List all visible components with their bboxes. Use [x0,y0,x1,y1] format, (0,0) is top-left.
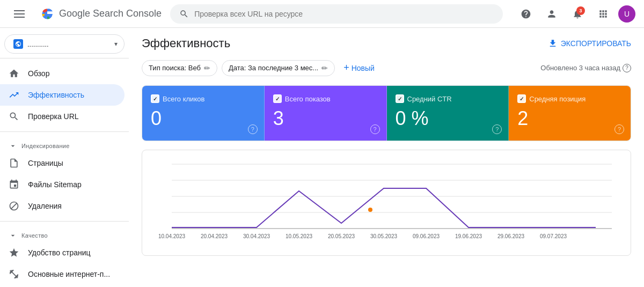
sitemap-icon [9,179,19,190]
menu-button[interactable] [9,3,30,25]
sidebar-item-performance[interactable]: Эффективность [0,84,125,106]
metric-checkbox-impressions[interactable] [273,94,282,103]
sidebar-label-performance: Эффективность [28,91,84,99]
metric-info-ctr[interactable]: ? [492,124,502,134]
svg-text:20.04.2023: 20.04.2023 [201,233,228,239]
sidebar-item-removals[interactable]: Удаления [0,195,125,217]
home-icon [9,68,19,79]
performance-chart: 10.04.2023 20.04.2023 30.04.2023 10.05.2… [151,159,622,245]
google-logo-icon [39,5,56,23]
core-web-vitals-icon [9,269,19,279]
metric-card-impressions[interactable]: Всего показов 3 ? [265,86,387,141]
metric-label-clicks: Всего кликов [163,95,204,103]
metric-label-row-ctr: Средний CTR [396,94,500,103]
globe-icon [15,41,21,47]
metric-checkbox-clicks[interactable] [151,94,159,103]
collapse-icon [9,142,17,150]
property-icon [13,39,23,49]
sidebar-item-core-web-vitals[interactable]: Основные интернет-п... [0,263,125,285]
svg-text:29.06.2023: 29.06.2023 [497,233,524,239]
notification-count: 3 [576,6,585,15]
sidebar-item-sitemaps[interactable]: Файлы Sitemap [0,174,125,195]
metric-value-position: 2 [517,107,622,130]
edit-icon: ✏ [204,64,210,72]
metric-label-row-clicks: Всего кликов [151,94,255,103]
sidebar: ........... ▾ Обзор Эффективность Провер… [0,28,129,287]
account-button[interactable] [541,3,562,25]
export-label: ЭКСПОРТИРОВАТЬ [561,39,631,48]
avatar[interactable]: U [618,5,635,23]
sidebar-item-mobile-usability[interactable]: Удобство для мобильн... [0,285,125,287]
quality-section-label: Качество [21,232,48,239]
pages-icon [9,158,19,168]
main-layout: ........... ▾ Обзор Эффективность Провер… [0,28,644,287]
search-type-label: Тип поиска: Веб [149,64,201,72]
metric-value-ctr: 0 % [396,107,500,130]
apps-button[interactable] [592,3,614,25]
svg-text:30.05.2023: 30.05.2023 [370,233,397,239]
sidebar-label-page-experience: Удобство страниц [28,248,91,257]
header-actions: 3 U [515,3,635,25]
apps-icon [598,9,609,19]
svg-text:09.06.2023: 09.06.2023 [413,233,440,239]
page-title: Эффективность [142,36,230,50]
chart-area: 10.04.2023 20.04.2023 30.04.2023 10.05.2… [142,150,631,256]
svg-text:20.05.2023: 20.05.2023 [328,233,355,239]
chart-dot [368,208,372,212]
metric-card-position[interactable]: Средняя позиция 2 ? [509,86,631,141]
sidebar-divider-indexing [0,131,129,132]
help-button[interactable] [515,3,537,25]
sidebar-label-url-inspect: Проверка URL [28,112,79,121]
indexing-section-label: Индексирование [21,143,70,149]
app-title: Google Search Console [59,8,162,19]
metric-value-impressions: 3 [273,107,378,130]
svg-text:10.04.2023: 10.04.2023 [158,233,185,239]
notifications-button[interactable]: 3 [567,3,588,25]
metric-checkbox-ctr[interactable] [396,94,404,103]
sidebar-item-overview[interactable]: Обзор [0,63,125,84]
account-icon [546,9,557,19]
help-icon [521,9,531,19]
metric-info-clicks[interactable]: ? [248,124,258,134]
filters-row: Тип поиска: Веб ✏ Дата: За последние 3 м… [142,59,631,77]
property-selector[interactable]: ........... ▾ [4,34,125,54]
hamburger-icon [14,10,25,18]
metric-label-row-position: Средняя позиция [517,94,622,103]
metric-label-row-impressions: Всего показов [273,94,378,103]
sidebar-item-pages[interactable]: Страницы [0,152,125,174]
metric-card-ctr[interactable]: Средний CTR 0 % ? [387,86,509,141]
svg-text:19.06.2023: 19.06.2023 [455,233,482,239]
edit-date-icon: ✏ [321,64,328,72]
search-type-filter[interactable]: Тип поиска: Веб ✏ [142,60,217,76]
sidebar-label-sitemaps: Файлы Sitemap [28,180,82,189]
sidebar-item-url-inspect[interactable]: Проверка URL [0,106,125,127]
metric-info-impressions[interactable]: ? [370,124,380,134]
content-area: Эффективность ЭКСПОРТИРОВАТЬ Тип поиска:… [129,28,644,287]
search-bar[interactable] [170,4,503,24]
collapse-quality-icon [9,231,17,240]
sidebar-label-core-web-vitals: Основные интернет-п... [28,270,110,278]
metric-card-clicks[interactable]: Всего кликов 0 ? [142,86,265,141]
sidebar-divider-top [0,58,129,58]
indexing-section-header[interactable]: Индексирование [0,136,129,152]
property-name: ........... [27,40,110,48]
search-input[interactable] [194,10,494,18]
add-filter-button[interactable]: + Новый [339,59,379,77]
search-icon [179,9,189,19]
sidebar-label-pages: Страницы [28,159,63,167]
metric-info-position[interactable]: ? [614,124,624,134]
dropdown-arrow-icon: ▾ [114,40,118,48]
metric-value-clicks: 0 [151,107,255,130]
add-filter-label: Новый [352,64,375,72]
date-label: Дата: За последние 3 мес... [229,64,318,72]
quality-section-header[interactable]: Качество [0,226,129,242]
updated-info-icon[interactable]: ? [623,64,631,72]
metric-label-impressions: Всего показов [285,95,331,103]
metric-cards: Всего кликов 0 ? Всего показов 3 ? Средн… [142,85,631,141]
date-filter[interactable]: Дата: За последние 3 мес... ✏ [222,60,335,76]
inspect-icon [9,111,19,122]
svg-text:30.04.2023: 30.04.2023 [243,233,270,239]
export-button[interactable]: ЭКСПОРТИРОВАТЬ [548,39,631,48]
metric-checkbox-position[interactable] [517,94,526,103]
sidebar-item-page-experience[interactable]: Удобство страниц [0,242,125,263]
